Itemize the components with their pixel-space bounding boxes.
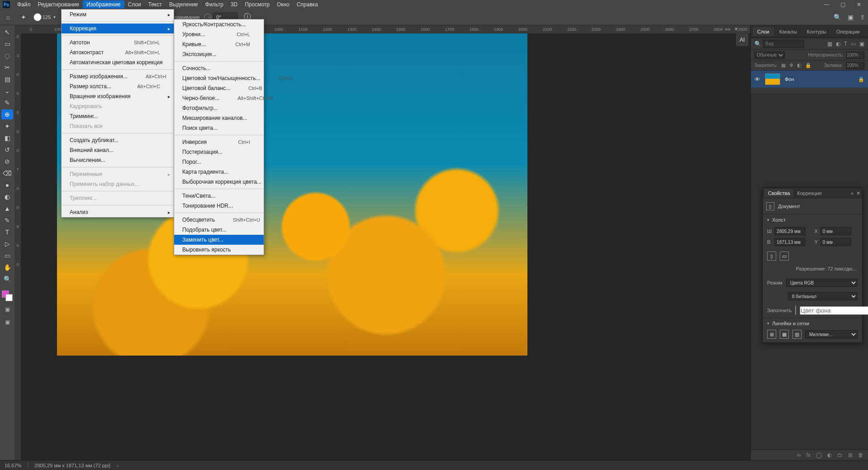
lock-position-icon[interactable]: ✥ (789, 62, 793, 68)
menu-окно[interactable]: Окно (273, 0, 293, 9)
menu-item[interactable]: Вычисления... (62, 155, 174, 165)
tool-17[interactable]: T (1, 227, 13, 237)
menu-item[interactable]: Заменить цвет... (174, 235, 264, 245)
menu-текст[interactable]: Текст (145, 0, 166, 9)
filter-shape-icon[interactable]: ▭ (851, 41, 856, 47)
background-color[interactable] (5, 294, 13, 301)
menu-item[interactable]: Сочность... (174, 63, 264, 73)
fill-color-swatch[interactable] (795, 306, 796, 315)
menu-item[interactable]: Экспозиция... (174, 49, 264, 59)
tool-1[interactable]: ▭ (1, 39, 13, 49)
maximize-button[interactable]: ▢ (836, 1, 849, 8)
tool-6[interactable]: ✎ (1, 98, 13, 108)
menu-item[interactable]: Выборочная коррекция цвета... (174, 177, 264, 187)
menu-слои[interactable]: Слои (124, 0, 145, 9)
new-group-icon[interactable]: 🗀 (837, 452, 843, 458)
visibility-toggle-icon[interactable]: 👁 (754, 76, 760, 83)
menu-справка[interactable]: Справка (293, 0, 322, 9)
menu-item[interactable]: Уровни...Ctrl+L (174, 29, 264, 39)
menu-item[interactable]: Черно-белое...Alt+Shift+Ctrl+B (174, 93, 264, 103)
menu-item[interactable]: Анализ▸ (62, 207, 174, 217)
menu-item[interactable]: Создать дубликат... (62, 135, 174, 145)
section-rulers-header[interactable]: ▾ Линейки и сетки (763, 318, 862, 329)
panel-tab-операции[interactable]: Операции (832, 27, 864, 36)
menu-3d[interactable]: 3D (227, 0, 241, 9)
tool-21[interactable]: 🔍 (1, 274, 13, 284)
fill-color-input[interactable] (800, 306, 868, 315)
color-swatches[interactable] (2, 290, 13, 301)
screen-mode-icon[interactable]: ▣ (1, 318, 13, 327)
panel-tab-каналы[interactable]: Каналы (775, 27, 802, 36)
menu-item[interactable]: Карта градиента... (174, 167, 264, 177)
filter-smart-icon[interactable]: ▣ (859, 41, 864, 47)
menu-item[interactable]: Цветовой баланс...Ctrl+B (174, 83, 264, 93)
tab-properties[interactable]: Свойства (764, 189, 793, 197)
tool-11[interactable]: ⊘ (1, 157, 13, 166)
menu-item[interactable]: Подобрать цвет... (174, 225, 264, 235)
tab-adjustments[interactable]: Коррекция (793, 189, 825, 197)
tool-12[interactable]: ⌫ (1, 168, 13, 178)
menu-выделение[interactable]: Выделение (166, 0, 202, 9)
minimize-button[interactable]: — (820, 1, 833, 8)
menu-item[interactable]: Режим▸ (62, 9, 174, 19)
menu-item[interactable]: Вращение изображения▸ (62, 91, 174, 101)
menu-item[interactable]: Порог... (174, 157, 264, 167)
grid-toggle[interactable]: ▦ (780, 330, 789, 339)
height-input[interactable] (774, 238, 805, 246)
lock-fill-icon[interactable]: ◧ (797, 62, 802, 68)
filter-type-icon[interactable]: T (844, 41, 847, 47)
share-icon[interactable]: ⇪ (860, 14, 865, 21)
menu-item[interactable]: АвтотонShift+Ctrl+L (62, 38, 174, 47)
panel-tab-история[interactable]: История (865, 27, 868, 36)
lock-all-icon[interactable]: 🔒 (805, 62, 811, 68)
x-input[interactable] (821, 227, 851, 235)
chevron-right-icon[interactable]: › (117, 463, 119, 468)
tool-14[interactable]: ◐ (1, 192, 13, 202)
filter-image-icon[interactable]: ▦ (827, 41, 832, 47)
menu-item[interactable]: Коррекция▸ (62, 24, 174, 33)
fill-input[interactable] (846, 62, 864, 69)
bit-depth-select[interactable]: 8 бит/канал (788, 292, 858, 300)
menu-item[interactable]: Яркость/Контрастность... (174, 19, 264, 29)
tool-18[interactable]: ▷ (1, 239, 13, 249)
menu-фильтр[interactable]: Фильтр (202, 0, 227, 9)
tool-2[interactable]: ◌ (1, 51, 13, 61)
current-tool-icon[interactable]: ✦ (18, 12, 29, 23)
menu-item[interactable]: Тримминг... (62, 111, 174, 121)
ruler-close-icon[interactable]: ✕ (734, 26, 748, 32)
menu-item[interactable]: АвтоконтрастAlt+Shift+Ctrl+L (62, 47, 174, 57)
tool-16[interactable]: ✎ (1, 215, 13, 225)
menu-файл[interactable]: Файл (14, 0, 34, 9)
guides-toggle[interactable]: ▥ (792, 330, 802, 339)
panel-tab-слои[interactable]: Слои (753, 27, 774, 36)
tool-7[interactable]: ⊕ (1, 109, 13, 119)
tool-5[interactable]: ⌄ (1, 86, 13, 96)
menu-item[interactable]: Кривые...Ctrl+M (174, 39, 264, 49)
y-input[interactable] (821, 238, 851, 246)
lock-icon[interactable]: 🔒 (858, 76, 864, 82)
menu-item[interactable]: Размер холста...Alt+Ctrl+C (62, 81, 174, 91)
ruler-toggle[interactable]: ⊞ (767, 330, 776, 339)
menu-item[interactable]: Микширование каналов... (174, 113, 264, 123)
chevron-down-icon[interactable]: ▾ (52, 14, 57, 19)
new-adjustment-icon[interactable]: ◐ (827, 452, 832, 458)
menu-item[interactable]: Внешний канал... (62, 145, 174, 155)
opacity-input[interactable] (846, 52, 864, 59)
tool-15[interactable]: ▲ (1, 204, 13, 214)
tool-10[interactable]: ↺ (1, 145, 13, 155)
tool-19[interactable]: ▭ (1, 251, 13, 261)
menu-редактирование[interactable]: Редактирование (34, 0, 83, 9)
layer-thumbnail[interactable] (765, 73, 780, 85)
panel-tab-контуры[interactable]: Контуры (802, 27, 831, 36)
close-panel-icon[interactable]: ✕ (856, 190, 860, 196)
orientation-landscape[interactable]: ▭ (780, 252, 789, 261)
menu-item[interactable]: Поиск цвета... (174, 123, 264, 133)
brush-preview[interactable]: 125 ▾ (33, 13, 57, 21)
layer-row[interactable]: 👁 Фон 🔒 (751, 71, 868, 88)
tool-0[interactable]: ↖ (1, 27, 13, 37)
ruler-units-select[interactable]: Миллиме... (805, 330, 858, 338)
width-input[interactable] (774, 227, 805, 235)
menu-item[interactable]: Фотофильтр... (174, 103, 264, 113)
tool-3[interactable]: ✂ (1, 62, 13, 72)
layer-name[interactable]: Фон (785, 76, 854, 82)
